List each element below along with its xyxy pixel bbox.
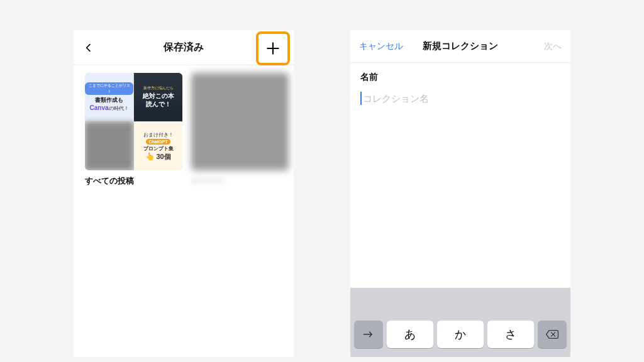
- collection-thumbnails: こまでにやることがリスト 書類作成も Canvaの時代！ 新作方に悩んだら 絶対…: [85, 73, 182, 170]
- collection-label: ————: [191, 175, 289, 185]
- collection-label: すべての投稿: [85, 175, 182, 187]
- chevron-left-icon: [84, 43, 94, 53]
- back-button[interactable]: [81, 40, 96, 55]
- thumbnail: おまけ付き！ ChatGPT プロンプト集 👆30個: [134, 122, 182, 170]
- collection-name-input[interactable]: [360, 92, 560, 105]
- name-field-block: 名前: [350, 63, 570, 109]
- thumbnail: こまでにやることがリスト 書類作成も Canvaの時代！: [85, 73, 133, 121]
- modal-title: 新規コレクション: [423, 40, 498, 52]
- right-screen: キャンセル 新規コレクション 次へ 名前 あ か さ: [350, 30, 570, 357]
- page-title: 保存済み: [164, 41, 204, 54]
- key-ka[interactable]: か: [437, 321, 484, 348]
- keyboard: あ か さ: [350, 288, 570, 357]
- keyboard-suggestion-strip[interactable]: [354, 293, 567, 315]
- thumbnail: 新作方に悩んだら 絶対この本 読んで！: [134, 73, 182, 121]
- backspace-icon: [545, 329, 559, 339]
- collections-grid: こまでにやることがリスト 書類作成も Canvaの時代！ 新作方に悩んだら 絶対…: [74, 65, 294, 194]
- key-a[interactable]: あ: [387, 321, 433, 348]
- arrow-right-icon: [363, 330, 374, 339]
- new-collection-header: キャンセル 新規コレクション 次へ: [350, 30, 570, 63]
- add-collection-button[interactable]: [256, 31, 290, 65]
- plus-icon: [265, 40, 281, 57]
- thumbnail: [85, 122, 133, 170]
- keyboard-row: あ か さ: [354, 321, 567, 348]
- collection-all-posts[interactable]: こまでにやることがリスト 書類作成も Canvaの時代！ 新作方に悩んだら 絶対…: [85, 73, 182, 187]
- key-sa[interactable]: さ: [487, 321, 534, 348]
- collection-thumbnails: [191, 73, 289, 170]
- saved-header: 保存済み: [74, 30, 294, 65]
- key-delete[interactable]: [538, 321, 567, 348]
- cancel-button[interactable]: キャンセル: [359, 41, 403, 52]
- collection-item[interactable]: ————: [191, 73, 289, 187]
- field-label: 名前: [360, 72, 560, 83]
- next-button[interactable]: 次へ: [544, 41, 562, 52]
- key-arrow[interactable]: [354, 321, 383, 348]
- left-screen: 保存済み こまでにやることがリスト 書類作成も Canvaの時代！ 新作方に悩ん…: [74, 30, 294, 357]
